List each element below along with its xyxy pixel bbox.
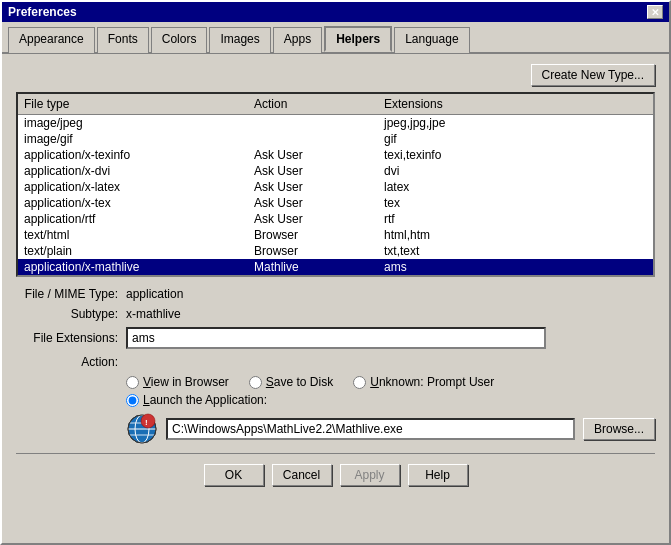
file-type-list: File type Action Extensions image/jpegjp… bbox=[16, 92, 655, 277]
tab-colors[interactable]: Colors bbox=[151, 27, 208, 53]
window-title: Preferences bbox=[8, 5, 77, 19]
title-bar: Preferences ✕ bbox=[2, 2, 669, 22]
subtype-value: x-mathlive bbox=[126, 307, 181, 321]
radio-row-1: View in Browser Save to Disk Unknown: Pr… bbox=[126, 375, 655, 389]
radio-view-browser[interactable]: View in Browser bbox=[126, 375, 229, 389]
action-label-row: Action: bbox=[16, 355, 655, 369]
ok-button[interactable]: OK bbox=[204, 464, 264, 486]
col-file-type: File type bbox=[24, 97, 254, 111]
list-item[interactable]: application/x-texAsk Usertex bbox=[18, 195, 653, 211]
radio-launch-app[interactable]: Launch the Application: bbox=[126, 393, 267, 407]
list-item[interactable]: application/rtfAsk Userrtf bbox=[18, 211, 653, 227]
tab-fonts[interactable]: Fonts bbox=[97, 27, 149, 53]
radio-save-disk[interactable]: Save to Disk bbox=[249, 375, 333, 389]
mime-type-row: File / MIME Type: application bbox=[16, 287, 655, 301]
svg-text:!: ! bbox=[145, 418, 148, 427]
help-button[interactable]: Help bbox=[408, 464, 468, 486]
fields-section: File / MIME Type: application Subtype: x… bbox=[16, 287, 655, 445]
radio-unknown-label: Unknown: Prompt User bbox=[370, 375, 494, 389]
list-item[interactable]: image/gifgif bbox=[18, 131, 653, 147]
list-item[interactable]: image/jpegjpeg,jpg,jpe bbox=[18, 115, 653, 131]
subtype-row: Subtype: x-mathlive bbox=[16, 307, 655, 321]
extensions-label: File Extensions: bbox=[16, 331, 126, 345]
radio-save-disk-input[interactable] bbox=[249, 376, 262, 389]
radio-launch-app-input[interactable] bbox=[126, 394, 139, 407]
tab-appearance[interactable]: Appearance bbox=[8, 27, 95, 53]
tabs-bar: Appearance Fonts Colors Images Apps Help… bbox=[2, 22, 669, 54]
list-item[interactable]: text/plainBrowsertxt,text bbox=[18, 243, 653, 259]
launch-row: Launch the Application: bbox=[126, 393, 655, 407]
apply-button[interactable]: Apply bbox=[340, 464, 400, 486]
globe-icon: ! bbox=[126, 413, 158, 445]
browse-button[interactable]: Browse... bbox=[583, 418, 655, 440]
radio-launch-app-label: Launch the Application: bbox=[143, 393, 267, 407]
mime-type-label: File / MIME Type: bbox=[16, 287, 126, 301]
cancel-button[interactable]: Cancel bbox=[272, 464, 332, 486]
close-button[interactable]: ✕ bbox=[647, 5, 663, 19]
tab-language[interactable]: Language bbox=[394, 27, 469, 53]
app-path-input[interactable] bbox=[166, 418, 575, 440]
action-label: Action: bbox=[16, 355, 126, 369]
radio-save-disk-label: Save to Disk bbox=[266, 375, 333, 389]
svg-point-6 bbox=[141, 414, 155, 428]
radio-view-browser-input[interactable] bbox=[126, 376, 139, 389]
list-body[interactable]: image/jpegjpeg,jpg,jpe image/gifgif appl… bbox=[18, 115, 653, 275]
list-item[interactable]: application/x-texinfoAsk Usertexi,texinf… bbox=[18, 147, 653, 163]
preferences-window: Preferences ✕ Appearance Fonts Colors Im… bbox=[0, 0, 671, 545]
radio-view-browser-label: View in Browser bbox=[143, 375, 229, 389]
content-area: Create New Type... File type Action Exte… bbox=[2, 54, 669, 506]
list-item[interactable]: application/x-dviAsk Userdvi bbox=[18, 163, 653, 179]
col-extensions: Extensions bbox=[384, 97, 647, 111]
extensions-input[interactable] bbox=[126, 327, 546, 349]
create-new-type-button[interactable]: Create New Type... bbox=[531, 64, 656, 86]
tab-apps[interactable]: Apps bbox=[273, 27, 322, 53]
bottom-bar: OK Cancel Apply Help bbox=[16, 453, 655, 496]
subtype-label: Subtype: bbox=[16, 307, 126, 321]
list-item[interactable]: text/htmlBrowserhtml,htm bbox=[18, 227, 653, 243]
tab-helpers[interactable]: Helpers bbox=[324, 26, 392, 52]
radio-unknown[interactable]: Unknown: Prompt User bbox=[353, 375, 494, 389]
mime-type-value: application bbox=[126, 287, 183, 301]
tab-images[interactable]: Images bbox=[209, 27, 270, 53]
list-item-selected[interactable]: application/x-mathliveMathliveams bbox=[18, 259, 653, 275]
list-item[interactable]: application/x-latexAsk Userlatex bbox=[18, 179, 653, 195]
radio-unknown-input[interactable] bbox=[353, 376, 366, 389]
extensions-row: File Extensions: bbox=[16, 327, 655, 349]
app-path-row: ! Browse... bbox=[126, 413, 655, 445]
col-action: Action bbox=[254, 97, 384, 111]
list-header: File type Action Extensions bbox=[18, 94, 653, 115]
